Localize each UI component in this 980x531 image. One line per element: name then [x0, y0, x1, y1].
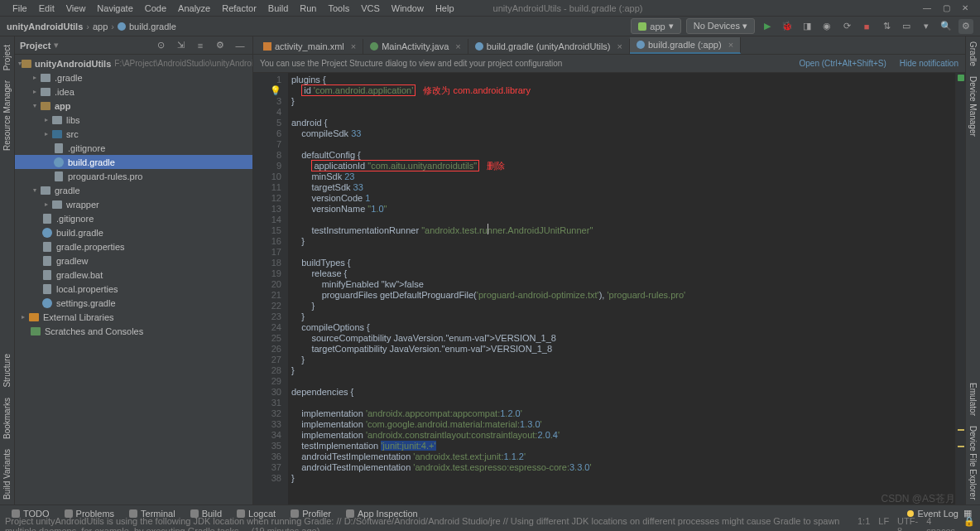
select-opened-icon[interactable]: ⊙ [153, 38, 168, 53]
gradle-icon [118, 22, 126, 31]
menu-refactor[interactable]: Refactor [216, 2, 262, 15]
resource-manager-tab[interactable]: Resource Manager [2, 75, 12, 156]
menu-run[interactable]: Run [294, 2, 322, 15]
code-content[interactable]: plugins { id 'com.android.application' 修… [288, 73, 955, 504]
menu-edit[interactable]: Edit [33, 2, 60, 15]
chevron-right-icon: › [86, 22, 89, 31]
xml-icon [263, 42, 271, 51]
menu-file[interactable]: File [7, 2, 33, 15]
tree-settings-gradle[interactable]: settings.gradle [15, 296, 252, 310]
tree-app[interactable]: ▾app [15, 99, 252, 113]
menu-tools[interactable]: Tools [322, 2, 355, 15]
tree-build-gradle-root[interactable]: build.gradle [15, 225, 252, 239]
tree-gitignore-root[interactable]: .gitignore [15, 211, 252, 225]
menu-vcs[interactable]: VCS [355, 2, 386, 15]
indent-config[interactable]: 4 spaces [926, 516, 955, 531]
profiler-button[interactable]: ◉ [819, 19, 834, 34]
lock-icon[interactable]: 🔒 [963, 516, 975, 531]
tree-gradlew-bat[interactable]: gradlew.bat [15, 268, 252, 282]
tree-external-libs[interactable]: ▸External Libraries [15, 310, 252, 324]
device-manager-tab[interactable]: Device Manager [968, 71, 978, 142]
tree-src[interactable]: ▸src [15, 127, 252, 141]
tree-build-gradle-app[interactable]: build.gradle [15, 155, 252, 169]
menu-view[interactable]: View [60, 2, 92, 15]
run-button[interactable]: ▶ [760, 19, 775, 34]
editor-notification: You can use the Project Structure dialog… [253, 55, 965, 73]
close-icon[interactable]: × [617, 41, 622, 51]
menu-window[interactable]: Window [386, 2, 430, 15]
breadcrumb-app[interactable]: app [93, 22, 108, 31]
menu-build[interactable]: Build [262, 2, 294, 15]
bookmarks-tab[interactable]: Bookmarks [2, 393, 12, 444]
sync-button[interactable]: ⇅ [879, 19, 894, 34]
project-tree[interactable]: ▾unityAndroidUtilsF:\AProject\AndroidStu… [15, 55, 252, 504]
tab-activity-main[interactable]: activity_main.xml× [257, 39, 363, 54]
menu-navigate[interactable]: Navigate [91, 2, 138, 15]
hide-icon[interactable]: — [233, 38, 247, 53]
tree-gradlew[interactable]: gradlew [15, 253, 252, 268]
caret-position[interactable]: 1:1 [858, 516, 870, 531]
warning-mark[interactable] [958, 429, 964, 431]
tree-gitignore-app[interactable]: .gitignore [15, 141, 252, 155]
tree-idea[interactable]: ▸.idea [15, 84, 252, 99]
tab-build-gradle-app[interactable]: build.gradle (:app)× [630, 37, 741, 54]
structure-tab[interactable]: Structure [2, 349, 12, 393]
menu-code[interactable]: Code [139, 2, 172, 15]
tree-gradle-folder[interactable]: ▾gradle [15, 183, 252, 197]
breadcrumb-root[interactable]: unityAndroidUtils [7, 22, 83, 31]
error-stripe[interactable] [955, 73, 965, 504]
emulator-tab[interactable]: Emulator [968, 378, 978, 421]
device-combo[interactable]: No Devices ▾ [686, 18, 755, 34]
close-icon[interactable]: × [351, 41, 356, 51]
close-icon[interactable]: ✕ [962, 3, 968, 12]
notification-open-link[interactable]: Open (Ctrl+Alt+Shift+S) [800, 59, 886, 68]
editor-tabs: activity_main.xml× MainActivity.java× bu… [253, 36, 965, 55]
warning-mark[interactable] [958, 446, 964, 447]
minimize-icon[interactable]: — [923, 3, 931, 12]
run-config-combo[interactable]: app▾ [631, 18, 680, 34]
close-icon[interactable]: × [728, 40, 733, 50]
menu-bar: File Edit View Navigate Code Analyze Ref… [0, 0, 980, 17]
build-variants-tab[interactable]: Build Variants [2, 444, 12, 504]
main-area: Project Resource Manager Structure Bookm… [0, 36, 980, 504]
attach-button[interactable]: ⟳ [839, 19, 854, 34]
collapse-icon[interactable]: ≡ [193, 38, 208, 53]
project-panel-title[interactable]: Project [20, 41, 50, 51]
menu-analyze[interactable]: Analyze [172, 2, 216, 15]
stop-button[interactable]: ■ [859, 19, 874, 34]
gear-icon[interactable]: ⚙ [213, 38, 228, 53]
avd-button[interactable]: ▭ [899, 19, 914, 34]
expand-all-icon[interactable]: ⇲ [173, 38, 188, 53]
tree-proguard[interactable]: proguard-rules.pro [15, 169, 252, 183]
sdk-button[interactable]: ▾ [919, 19, 934, 34]
chevron-down-icon: ▾ [669, 21, 674, 31]
line-separator[interactable]: LF [878, 516, 889, 531]
tree-root[interactable]: ▾unityAndroidUtilsF:\AProject\AndroidStu… [15, 56, 252, 70]
menu-help[interactable]: Help [430, 2, 460, 15]
tree-wrapper[interactable]: ▸wrapper [15, 197, 252, 211]
close-icon[interactable]: × [455, 41, 460, 51]
settings-icon[interactable]: ⚙ [958, 19, 973, 34]
search-icon[interactable]: 🔍 [939, 19, 954, 34]
project-tool-tab[interactable]: Project [2, 40, 12, 75]
device-file-explorer-tab[interactable]: Device File Explorer [968, 421, 978, 504]
gradle-tab[interactable]: Gradle [968, 36, 978, 71]
editor-area: activity_main.xml× MainActivity.java× bu… [253, 36, 965, 504]
tree-gradle-properties[interactable]: gradle.properties [15, 239, 252, 253]
notification-message: You can use the Project Structure dialog… [260, 59, 562, 68]
tree-libs[interactable]: ▸libs [15, 113, 252, 127]
tab-main-activity[interactable]: MainActivity.java× [363, 39, 468, 54]
tree-gradle-cache[interactable]: ▸.gradle [15, 70, 252, 84]
breadcrumb-file[interactable]: build.gradle [129, 22, 176, 31]
tab-build-gradle-root[interactable]: build.gradle (unityAndroidUtils)× [468, 39, 630, 54]
chevron-down-icon[interactable]: ▾ [50, 40, 59, 51]
tree-local-properties[interactable]: local.properties [15, 282, 252, 296]
coverage-button[interactable]: ◨ [800, 19, 814, 34]
debug-button[interactable]: 🐞 [780, 19, 795, 34]
notification-hide-link[interactable]: Hide notification [900, 59, 958, 68]
maximize-icon[interactable]: ▢ [943, 3, 950, 12]
file-encoding[interactable]: UTF-8 [897, 516, 918, 531]
right-tool-strip: Gradle Device Manager Emulator Device Fi… [965, 36, 980, 504]
tree-scratches[interactable]: Scratches and Consoles [15, 324, 252, 338]
code-editor[interactable]: 1💡34567891011121314151617181920212223242… [253, 73, 965, 504]
